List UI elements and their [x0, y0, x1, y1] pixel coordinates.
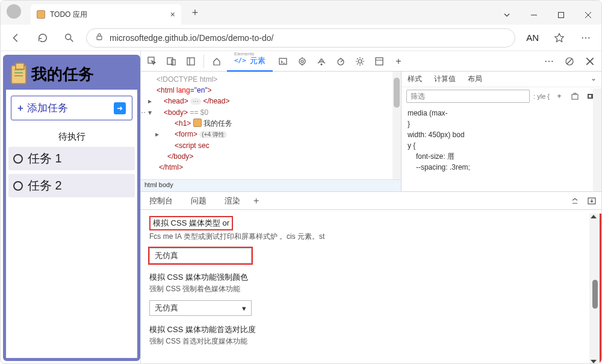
close-tab-icon[interactable]: × — [170, 10, 175, 19]
chevron-down-icon[interactable]: ⌄ — [591, 74, 597, 82]
tab-styles[interactable]: 样式 — [408, 74, 422, 84]
svg-line-5 — [70, 39, 73, 42]
svg-line-23 — [567, 59, 572, 64]
add-drawer-tab-icon[interactable]: + — [253, 196, 259, 206]
tab-console[interactable]: 控制台 — [144, 192, 178, 210]
chevron-down-icon: ▾ — [242, 304, 246, 313]
scrollbar[interactable] — [393, 72, 401, 179]
svg-rect-20 — [376, 58, 383, 65]
breadcrumb[interactable]: html body — [141, 179, 401, 191]
svg-point-13 — [301, 60, 303, 63]
welcome-icon[interactable] — [208, 52, 226, 70]
device-toggle-icon[interactable] — [163, 52, 181, 70]
menu-icon[interactable]: ⋯ — [576, 28, 595, 48]
url-text: microsoftedge.github.io/Demos/demo-to-do… — [110, 33, 273, 43]
new-tab-button[interactable]: + — [186, 4, 204, 22]
tab-issues[interactable]: 问题 — [186, 192, 211, 210]
expand-icon[interactable] — [569, 195, 581, 207]
tab-title: TODO 应用 — [50, 10, 87, 20]
add-task-label: 添加任务 — [27, 101, 68, 115]
svg-rect-26 — [572, 94, 578, 99]
clipboard-icon — [11, 65, 26, 84]
styles-panel: 样式 计算值 布局 ⌄ : yle { + media (max- } widt… — [401, 72, 601, 191]
maximize-button[interactable] — [547, 5, 574, 25]
lock-icon — [95, 32, 104, 43]
page-title: 我的任务 — [31, 64, 94, 85]
sources-icon[interactable] — [293, 52, 311, 70]
favicon-icon — [37, 10, 45, 19]
svg-point-19 — [358, 60, 362, 63]
close-devtools-icon[interactable] — [581, 52, 599, 70]
new-style-icon[interactable]: + — [553, 90, 565, 102]
highlighted-label: 模拟 CSS 媒体类型 or — [149, 216, 233, 230]
section-label: 待执行 — [6, 131, 137, 143]
browser-tab[interactable]: TODO 应用 × — [31, 4, 181, 25]
profile-avatar[interactable] — [7, 4, 21, 19]
tab-elements[interactable]: </> 元素 Elements — [227, 51, 273, 72]
devtools-panel: </> 元素 Elements + ⋯ <!DOCTYPE html> <htm… — [140, 51, 601, 364]
more-icon[interactable]: ⋯ — [540, 52, 558, 70]
favorite-icon[interactable] — [550, 28, 569, 48]
tab-computed[interactable]: 计算值 — [434, 74, 456, 84]
tab-rendering[interactable]: 渲染 — [220, 192, 245, 210]
dock-icon[interactable] — [586, 195, 598, 207]
svg-rect-1 — [558, 13, 563, 18]
performance-icon[interactable] — [332, 52, 350, 70]
application-icon[interactable] — [370, 52, 388, 70]
hov-icon[interactable] — [569, 90, 581, 102]
address-bar[interactable]: microsoftedge.github.io/Demos/demo-to-do… — [86, 28, 515, 48]
scrollbar[interactable] — [593, 88, 601, 191]
tab-layout[interactable]: 布局 — [468, 74, 482, 84]
svg-point-17 — [321, 64, 322, 65]
issues-icon[interactable] — [560, 52, 579, 70]
minimize-button[interactable] — [520, 5, 547, 25]
task-item[interactable]: 任务 2 — [8, 174, 135, 197]
svg-rect-28 — [589, 95, 591, 97]
devtools-toolbar: </> 元素 Elements + ⋯ — [141, 51, 601, 72]
clipboard-icon — [193, 119, 202, 127]
svg-point-4 — [66, 34, 71, 39]
devtools-drawer: 控制台 问题 渲染 + 模拟 CSS 媒体类型 or Fcs me IA 类型或… — [141, 192, 601, 364]
add-task-input[interactable]: + 添加任务 ➜ — [11, 96, 132, 120]
chevron-down-icon[interactable] — [493, 5, 520, 25]
back-button[interactable] — [7, 28, 26, 48]
profile-badge[interactable]: AN — [523, 32, 542, 43]
svg-point-14 — [299, 58, 305, 64]
todo-header: 我的任务 — [6, 58, 137, 90]
browser-title-bar: TODO 应用 × + — [1, 1, 601, 25]
task-item[interactable]: 任务 1 — [8, 147, 135, 170]
url-bar: microsoftedge.github.io/Demos/demo-to-do… — [1, 25, 601, 51]
plus-icon: + — [17, 102, 23, 114]
todo-app-pane: 我的任务 + 添加任务 ➜ 待执行 任务 1 任务 2 — [3, 55, 140, 361]
refresh-button[interactable] — [33, 28, 52, 48]
network-icon[interactable] — [312, 52, 330, 70]
svg-rect-8 — [167, 58, 173, 64]
forced-colors-select[interactable]: 无仿真▾ — [149, 300, 252, 316]
inspect-icon[interactable] — [143, 52, 161, 70]
rendering-drawer-body: 模拟 CSS 媒体类型 or Fcs me IA 类型或测试打印和屏幕样式炉 。… — [141, 210, 601, 364]
more-tabs-plus-icon[interactable]: + — [389, 52, 408, 70]
panel-icon[interactable] — [182, 52, 200, 70]
scrollbar-highlight[interactable] — [589, 214, 601, 364]
console-icon[interactable] — [274, 52, 292, 70]
svg-rect-6 — [97, 36, 102, 40]
radio-icon[interactable] — [13, 154, 23, 164]
close-window-button[interactable] — [574, 5, 601, 25]
dom-tree-panel[interactable]: <!DOCTYPE html> <html lang="en"> ▸<head>… — [141, 72, 401, 191]
search-icon[interactable] — [60, 28, 79, 48]
submit-arrow-button[interactable]: ➜ — [114, 102, 126, 114]
memory-icon[interactable] — [351, 52, 369, 70]
radio-icon[interactable] — [13, 181, 23, 191]
media-type-select[interactable]: 无仿真 — [149, 248, 252, 264]
svg-rect-10 — [187, 58, 194, 65]
styles-filter-input[interactable] — [406, 90, 530, 103]
